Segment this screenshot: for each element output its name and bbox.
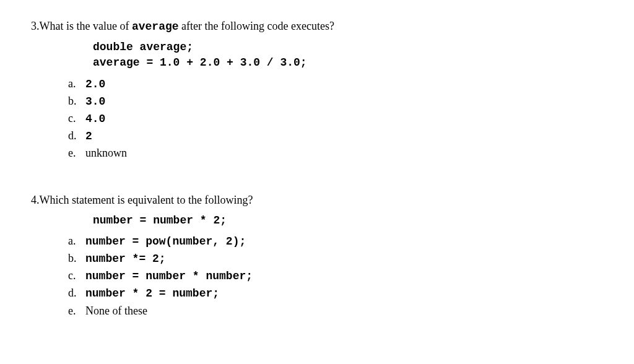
choice-text: number = number * number; <box>85 269 253 284</box>
choice-letter: e. <box>68 145 85 161</box>
question-4-prompt: 4.Which statement is equivalent to the f… <box>31 193 603 208</box>
question-3-code: double average; average = 1.0 + 2.0 + 3.… <box>93 40 603 71</box>
choice-letter: c. <box>68 268 85 284</box>
question-4: 4.Which statement is equivalent to the f… <box>31 193 603 319</box>
choice-a: a. 2.0 <box>68 76 603 92</box>
choice-text: number *= 2; <box>85 251 166 267</box>
question-4-code: number = number * 2; <box>93 213 603 228</box>
choice-letter: d. <box>68 285 85 301</box>
choice-letter: a. <box>68 233 85 249</box>
choice-letter: a. <box>68 76 85 92</box>
choice-text: unknown <box>85 145 127 161</box>
choice-letter: b. <box>68 93 85 109</box>
prompt-post: after the following code executes? <box>179 20 334 32</box>
prompt-text: Which statement is equivalent to the fol… <box>40 194 253 206</box>
choice-d: d. number * 2 = number; <box>68 285 603 301</box>
choice-letter: d. <box>68 128 85 144</box>
choice-text: number * 2 = number; <box>85 286 219 301</box>
choice-text: 2 <box>85 129 92 144</box>
question-3: 3.What is the value of average after the… <box>31 19 603 162</box>
question-number: 3. <box>31 20 40 32</box>
choice-text: None of these <box>85 303 147 319</box>
choice-b: b. number *= 2; <box>68 251 603 267</box>
choice-letter: c. <box>68 111 85 126</box>
prompt-pre: What is the value of <box>40 20 132 32</box>
choice-a: a. number = pow(number, 2); <box>68 233 603 249</box>
choice-b: b. 3.0 <box>68 93 603 110</box>
choice-text: 2.0 <box>85 77 105 92</box>
choice-d: d. 2 <box>68 128 603 144</box>
choice-letter: b. <box>68 251 85 266</box>
choice-text: 4.0 <box>85 111 105 127</box>
choice-e: e. None of these <box>68 303 603 319</box>
choice-letter: e. <box>68 303 85 319</box>
choice-text: 3.0 <box>85 94 105 110</box>
question-3-choices: a. 2.0 b. 3.0 c. 4.0 d. 2 e. unknown <box>68 76 603 162</box>
choice-c: c. number = number * number; <box>68 268 603 284</box>
question-number: 4. <box>31 194 40 206</box>
question-4-choices: a. number = pow(number, 2); b. number *=… <box>68 233 603 319</box>
choice-e: e. unknown <box>68 145 603 161</box>
question-3-prompt: 3.What is the value of average after the… <box>31 19 603 35</box>
prompt-code: average <box>132 20 179 33</box>
choice-c: c. 4.0 <box>68 111 603 127</box>
choice-text: number = pow(number, 2); <box>85 234 246 249</box>
